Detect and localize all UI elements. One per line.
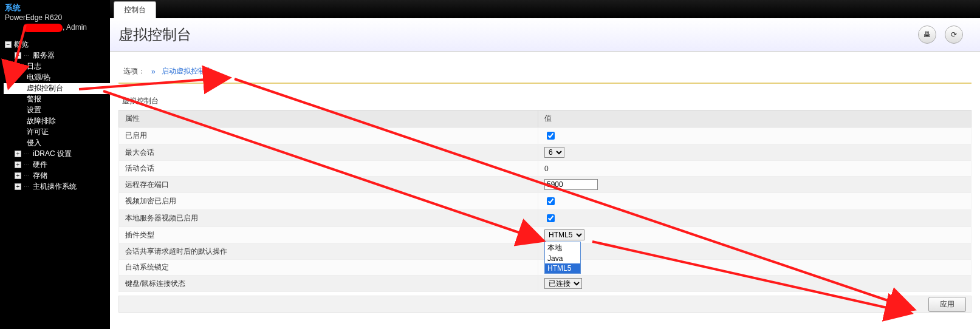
expand-icon[interactable]: +	[15, 161, 21, 168]
system-model: PowerEdge R620	[5, 13, 105, 22]
value-auto-lock	[538, 260, 971, 276]
tree-dots-icon: ⋯	[24, 172, 30, 179]
remote-port-input[interactable]	[544, 179, 598, 190]
plugin-option-html5[interactable]: HTML5	[545, 263, 580, 273]
row-max-sessions: 最大会话 6	[119, 144, 971, 161]
apply-button[interactable]: 应用	[928, 297, 966, 312]
system-user: , Admin	[5, 23, 105, 32]
row-kbm-state: 键盘/鼠标连接状态 已连接	[119, 276, 971, 292]
row-local-video: 本地服务器视频已启用	[119, 210, 971, 227]
tab-bar: 控制台	[110, 0, 980, 18]
row-active-sessions: 活动会话 0	[119, 161, 971, 177]
tree-alerts[interactable]: 警报	[4, 94, 110, 105]
sidebar: 系统 PowerEdge R620 , Admin − 概览 − ⋯ 服务器 日…	[0, 0, 110, 329]
label-auto-lock: 自动系统锁定	[119, 260, 538, 276]
row-plugin-type: 插件类型 HTML5 本地 Java HTML5	[119, 227, 971, 243]
kbm-state-select[interactable]: 已连接	[544, 278, 582, 289]
tree-license[interactable]: 许可证	[4, 127, 110, 138]
expand-icon[interactable]: +	[15, 151, 21, 157]
options-row: 选项： » 启动虚拟控制台	[118, 60, 971, 84]
tree-virtual-console[interactable]: 虚拟控制台	[4, 83, 110, 94]
chevron-right-icon: »	[151, 67, 156, 76]
col-attribute: 属性	[119, 110, 538, 127]
tree-dots-icon: ⋯	[24, 52, 30, 59]
tree-intrusion[interactable]: 侵入	[4, 138, 110, 149]
nav-tree: − 概览 − ⋯ 服务器 日志 电源/热 虚拟控制台 警报 设置 故障排除 许可…	[0, 37, 110, 192]
print-button[interactable]: 🖶	[918, 25, 936, 44]
apply-label: 应用	[940, 300, 954, 308]
options-label: 选项：	[123, 66, 145, 76]
plugin-type-select[interactable]: HTML5	[544, 229, 584, 240]
apply-row: 应用	[118, 296, 971, 313]
row-enabled: 已启用	[119, 127, 971, 144]
page-title: 虚拟控制台	[118, 25, 191, 44]
tree-storage[interactable]: + ⋯ 存储	[4, 171, 110, 181]
redaction-mark	[23, 24, 63, 32]
local-video-checkbox[interactable]	[547, 214, 555, 222]
plugin-option-java[interactable]: Java	[545, 254, 580, 263]
expand-icon[interactable]: +	[15, 183, 21, 190]
label-max-sessions: 最大会话	[119, 144, 538, 161]
page-header: 虚拟控制台 🖶 ⟳	[110, 18, 980, 52]
tree-overview[interactable]: − 概览	[4, 39, 110, 50]
label-remote-port: 远程存在端口	[119, 177, 538, 193]
sidebar-header: 系统 PowerEdge R620 , Admin	[0, 0, 110, 37]
video-encrypt-checkbox[interactable]	[547, 197, 555, 205]
col-value: 值	[538, 110, 971, 127]
user-suffix: , Admin	[63, 23, 87, 32]
row-video-encrypt: 视频加密已启用	[119, 193, 971, 210]
tree-powerthermal[interactable]: 电源/热	[4, 72, 110, 83]
main-area: 控制台 虚拟控制台 🖶 ⟳ 选项： » 启动虚拟控制台 虚拟控制台 属性 值 已…	[110, 0, 980, 329]
tree-hostos[interactable]: + ⋯ 主机操作系统	[4, 181, 110, 192]
label-share-timeout: 会话共享请求超时后的默认操作	[119, 243, 538, 260]
tree-server[interactable]: − ⋯ 服务器	[4, 50, 110, 61]
tab-label: 控制台	[124, 5, 146, 14]
properties-table: 属性 值 已启用 最大会话 6 活动会话 0 远程存在端口 视频加密已启用	[118, 110, 971, 292]
label-plugin-type: 插件类型	[119, 227, 538, 243]
plugin-type-dropdown[interactable]: HTML5 本地 Java HTML5	[544, 229, 584, 240]
table-header-row: 属性 值	[119, 110, 971, 127]
label-local-video: 本地服务器视频已启用	[119, 210, 538, 227]
plugin-type-options: 本地 Java HTML5	[544, 242, 581, 274]
tab-console[interactable]: 控制台	[114, 1, 156, 18]
enabled-checkbox[interactable]	[547, 132, 555, 140]
tree-troubleshoot[interactable]: 故障排除	[4, 116, 110, 127]
row-remote-port: 远程存在端口	[119, 177, 971, 193]
label-video-encrypt: 视频加密已启用	[119, 193, 538, 210]
print-icon: 🖶	[923, 30, 931, 39]
tree-settings[interactable]: 设置	[4, 105, 110, 116]
section-title: 虚拟控制台	[118, 96, 971, 110]
label-active-sessions: 活动会话	[119, 161, 538, 177]
value-active-sessions: 0	[538, 161, 971, 177]
vconsole-section: 虚拟控制台 属性 值 已启用 最大会话 6 活动会话 0 远程存在端口	[118, 96, 971, 292]
tree-logs[interactable]: 日志	[4, 61, 110, 72]
max-sessions-select[interactable]: 6	[544, 147, 564, 158]
plugin-option-native[interactable]: 本地	[545, 242, 580, 254]
tree-dots-icon: ⋯	[24, 183, 30, 190]
header-actions: 🖶 ⟳	[918, 25, 963, 44]
collapse-icon[interactable]: −	[15, 52, 21, 59]
tree-hardware[interactable]: + ⋯ 硬件	[4, 160, 110, 171]
label-enabled: 已启用	[119, 127, 538, 144]
refresh-button[interactable]: ⟳	[945, 25, 963, 44]
tree-dots-icon: ⋯	[24, 161, 30, 168]
expand-icon[interactable]: +	[15, 172, 21, 179]
launch-console-link[interactable]: 启动虚拟控制台	[162, 66, 213, 76]
refresh-icon: ⟳	[951, 30, 957, 39]
collapse-icon[interactable]: −	[5, 41, 12, 48]
system-label: 系统	[5, 2, 105, 13]
tree-dots-icon: ⋯	[24, 151, 30, 157]
label-kbm-state: 键盘/鼠标连接状态	[119, 276, 538, 292]
tree-idrac[interactable]: + ⋯ iDRAC 设置	[4, 149, 110, 160]
